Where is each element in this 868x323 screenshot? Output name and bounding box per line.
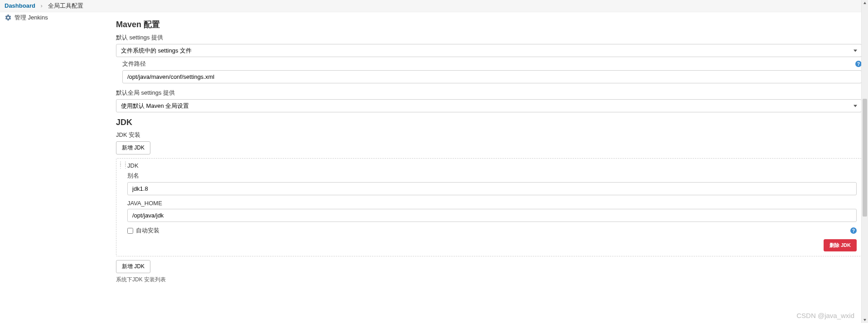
auto-install-checkbox[interactable] xyxy=(127,228,133,234)
jdk-name-input[interactable] xyxy=(127,182,857,195)
jdk-block-title: JDK xyxy=(127,162,857,169)
vertical-scrollbar[interactable] xyxy=(861,0,868,288)
breadcrumb-current: 全局工具配置 xyxy=(48,2,83,9)
help-icon[interactable]: ? xyxy=(855,61,862,67)
java-home-input[interactable] xyxy=(127,209,857,222)
breadcrumb-separator: › xyxy=(41,2,43,9)
default-settings-select[interactable]: 文件系统中的 settings 文件 xyxy=(116,44,862,57)
global-settings-label: 默认全局 settings 提供 xyxy=(116,89,862,97)
help-icon[interactable]: ? xyxy=(850,227,857,234)
breadcrumb-dashboard[interactable]: Dashboard xyxy=(5,2,35,9)
default-settings-label: 默认 settings 提供 xyxy=(116,34,862,42)
file-path-input[interactable] xyxy=(122,70,862,83)
jdk-install-block: ⋮⋮⋮⋮⋮⋮ JDK 别名 JAVA_HOME 自动安装 ? 删除 JDK xyxy=(116,158,862,256)
breadcrumb: Dashboard › 全局工具配置 xyxy=(0,0,868,12)
jdk-name-label: 别名 xyxy=(127,172,857,180)
auto-install-row[interactable]: 自动安装 xyxy=(127,227,159,235)
sidebar-item-manage-jenkins[interactable]: 管理 Jenkins xyxy=(5,12,109,23)
jdk-section-title: JDK xyxy=(116,118,862,127)
drag-handle-icon[interactable]: ⋮⋮⋮⋮⋮⋮ xyxy=(118,162,122,169)
auto-install-label: 自动安装 xyxy=(136,227,159,235)
sidebar: 管理 Jenkins xyxy=(0,10,113,288)
jdk-install-label: JDK 安装 xyxy=(116,131,862,139)
maven-section-title: Maven 配置 xyxy=(116,19,862,30)
add-jdk-button-bottom[interactable]: 新增 JDK xyxy=(116,260,150,273)
main-content: Maven 配置 默认 settings 提供 文件系统中的 settings … xyxy=(113,10,868,288)
sidebar-item-label: 管理 Jenkins xyxy=(14,14,48,22)
delete-jdk-button[interactable]: 删除 JDK xyxy=(824,239,857,251)
java-home-label: JAVA_HOME xyxy=(127,200,857,207)
jdk-list-caption: 系统下JDK 安装列表 xyxy=(116,276,862,284)
global-settings-select[interactable]: 使用默认 Maven 全局设置 xyxy=(116,99,862,112)
scrollbar-thumb[interactable] xyxy=(863,99,867,217)
file-path-label: 文件路径 xyxy=(122,60,146,68)
gear-icon xyxy=(5,14,12,21)
add-jdk-button-top[interactable]: 新增 JDK xyxy=(116,141,150,154)
